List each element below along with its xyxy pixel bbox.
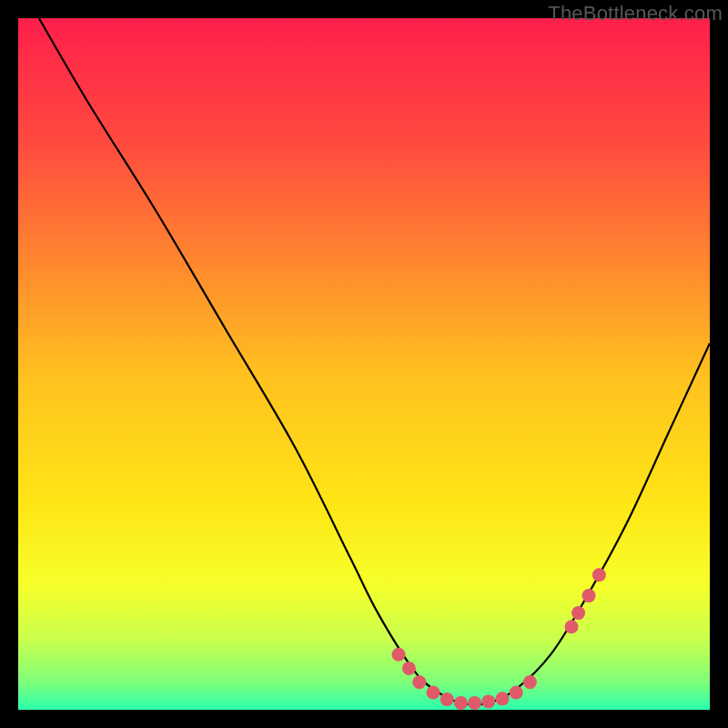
curve-marker	[510, 686, 523, 700]
chart-frame	[18, 18, 710, 710]
curve-marker	[496, 692, 510, 705]
curve-marker	[392, 648, 406, 662]
bottleneck-chart	[18, 18, 710, 710]
curve-marker	[402, 662, 416, 675]
curve-marker	[592, 568, 606, 581]
curve-marker	[468, 696, 481, 710]
curve-marker	[440, 693, 454, 706]
curve-marker	[454, 696, 468, 710]
curve-marker	[523, 675, 537, 689]
curve-marker	[412, 675, 426, 689]
curve-marker	[565, 620, 579, 633]
curve-marker	[571, 606, 585, 620]
curve-marker	[481, 694, 495, 708]
curve-marker	[427, 686, 440, 700]
gradient-background	[18, 18, 710, 710]
curve-marker	[582, 589, 596, 602]
watermark-text: TheBottleneck.com	[548, 2, 723, 25]
